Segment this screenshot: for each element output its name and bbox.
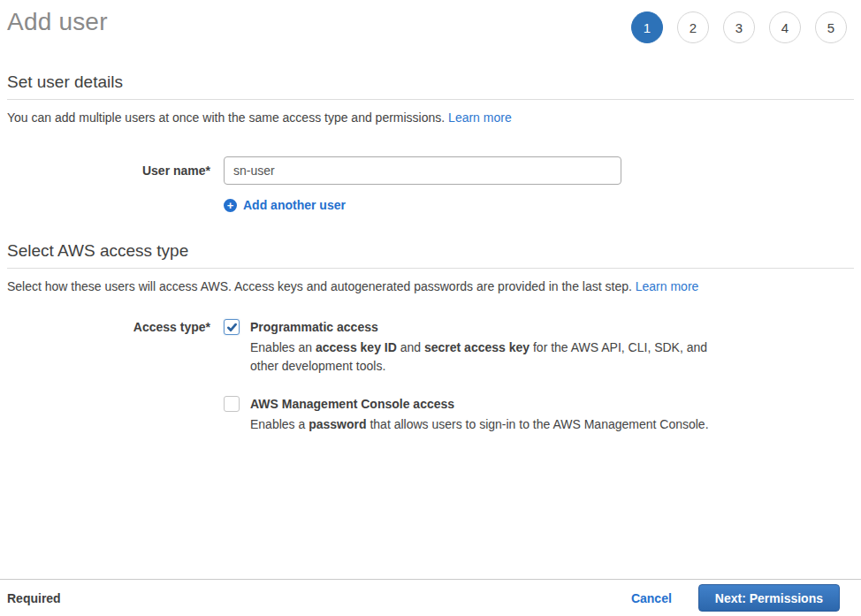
console-access-checkbox[interactable] <box>224 396 240 412</box>
programmatic-access-checkbox[interactable] <box>224 319 240 335</box>
access-intro: Select how these users will access AWS. … <box>7 279 854 293</box>
desc-text-bold: password <box>309 417 366 431</box>
details-intro-text: You can add multiple users at once with … <box>7 110 445 125</box>
wizard-step-1: 1 <box>631 11 663 43</box>
desc-text-bold: secret access key <box>424 340 530 354</box>
checkmark-icon <box>226 322 238 333</box>
wizard-step-2: 2 <box>677 11 709 43</box>
wizard-step-3: 3 <box>723 11 755 43</box>
programmatic-access-title: Programmatic access <box>250 319 713 335</box>
page-title: Add user <box>7 8 108 36</box>
section-set-user-details: Set user details <box>7 72 854 100</box>
access-type-label: Access type* <box>7 319 210 335</box>
console-access-title: AWS Management Console access <box>250 396 713 412</box>
option-console-access: AWS Management Console access Enables a … <box>224 396 713 434</box>
console-access-desc: Enables a password that allows users to … <box>250 415 713 434</box>
desc-text: and <box>397 340 424 354</box>
details-intro: You can add multiple users at once with … <box>7 110 854 125</box>
programmatic-access-desc: Enables an access key ID and secret acce… <box>250 338 713 376</box>
desc-text-bold: access key ID <box>316 340 397 354</box>
option-programmatic-access: Programmatic access Enables an access ke… <box>224 319 713 376</box>
plus-circle-icon: + <box>224 199 237 212</box>
desc-text: Enables a <box>250 417 309 431</box>
username-input[interactable] <box>224 156 621 185</box>
add-another-user-link[interactable]: Add another user <box>243 198 346 212</box>
username-field-cell <box>224 156 621 185</box>
console-access-text: AWS Management Console access Enables a … <box>250 396 713 434</box>
wizard-step-4: 4 <box>769 11 801 43</box>
access-type-row: Access type* Programmatic access Enables… <box>7 319 854 434</box>
access-intro-text: Select how these users will access AWS. … <box>7 279 632 293</box>
required-note: Required <box>7 591 61 605</box>
section-heading-access: Select AWS access type <box>7 241 854 261</box>
section-select-access-type: Select AWS access type <box>7 241 854 269</box>
username-label: User name* <box>7 156 210 185</box>
wizard-footer: Required Cancel Next: Permissions <box>0 579 861 616</box>
access-type-options: Programmatic access Enables an access ke… <box>224 319 713 434</box>
footer-actions: Cancel Next: Permissions <box>631 584 840 612</box>
programmatic-access-text: Programmatic access Enables an access ke… <box>250 319 713 376</box>
add-another-user-row: + Add another user <box>224 198 854 212</box>
wizard-step-5: 5 <box>815 11 847 43</box>
wizard-step-indicator: 1 2 3 4 5 <box>631 11 847 43</box>
username-row: User name* <box>7 156 854 185</box>
desc-text: Enables an <box>250 340 316 354</box>
details-learn-more-link[interactable]: Learn more <box>448 110 512 125</box>
cancel-button[interactable]: Cancel <box>631 591 672 605</box>
add-user-page: Add user 1 2 3 4 5 Set user details You … <box>0 0 861 434</box>
section-heading-details: Set user details <box>7 72 854 92</box>
access-learn-more-link[interactable]: Learn more <box>636 279 699 293</box>
desc-text: that allows users to sign-in to the AWS … <box>367 417 709 431</box>
page-header: Add user 1 2 3 4 5 <box>7 0 854 43</box>
next-permissions-button[interactable]: Next: Permissions <box>698 584 840 612</box>
